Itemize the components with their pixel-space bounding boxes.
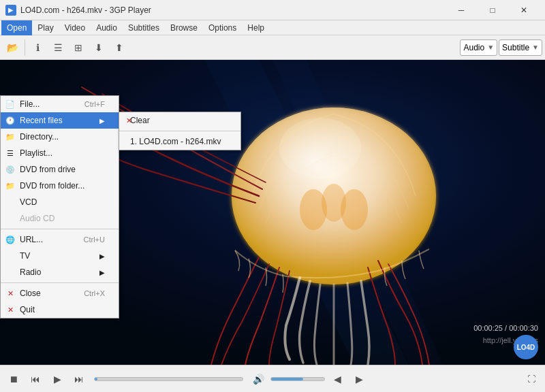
toolbar-separator-1: [25, 39, 25, 56]
menu-audiocd-item: Audio CD: [1, 210, 119, 227]
menu-vcd-item[interactable]: VCD: [1, 194, 119, 210]
download-button[interactable]: ⬇: [89, 38, 108, 57]
open-file-button[interactable]: 📂: [3, 38, 22, 57]
svg-point-8: [341, 189, 368, 230]
menu-help[interactable]: Help: [242, 20, 270, 35]
audio-dropdown-arrow: ▼: [487, 44, 494, 51]
dvd-drive-icon: 💿: [5, 164, 16, 175]
subtitle-dropdown[interactable]: Subtitle ▼: [499, 39, 542, 56]
menu-play[interactable]: Play: [32, 20, 59, 35]
app-icon: ▶: [5, 5, 16, 16]
next-button[interactable]: ⏭: [69, 370, 89, 389]
progress-bar[interactable]: [94, 377, 243, 381]
radio-icon: [5, 267, 16, 278]
upload-button[interactable]: ⬆: [110, 38, 129, 57]
file-icon: 📄: [5, 99, 16, 110]
volume-slider[interactable]: [270, 377, 325, 381]
recent-separator: [119, 131, 240, 131]
menu-recent-files-item[interactable]: 🕐 Recent files ▶ ✕ Clear 1. LO4D.com - h…: [1, 112, 119, 129]
go-forward-button[interactable]: ▶: [349, 370, 369, 389]
directory-icon: 📁: [5, 131, 16, 142]
menu-open[interactable]: Open: [1, 20, 32, 35]
recent-icon: 🕐: [5, 115, 16, 126]
open-menu: 📄 File... Ctrl+F 🕐 Recent files ▶ ✕ Clea…: [0, 95, 119, 318]
info-button[interactable]: ℹ: [28, 38, 47, 57]
progress-fill: [95, 378, 97, 380]
menu-audio[interactable]: Audio: [91, 20, 123, 35]
menu-directory-item[interactable]: 📁 Directory...: [1, 129, 119, 145]
volume-fill: [271, 378, 303, 380]
clear-icon: ✕: [123, 115, 134, 126]
fullscreen-button[interactable]: ⛶: [522, 370, 541, 389]
menu-url-item[interactable]: 🌐 URL... Ctrl+U: [1, 231, 119, 248]
stop-button[interactable]: ⏹: [4, 370, 23, 389]
menu-video[interactable]: Video: [59, 20, 91, 35]
dvd-folder-icon: 📁: [5, 180, 16, 191]
menu-close-item[interactable]: ✕ Close Ctrl+X: [1, 285, 119, 301]
window-controls: ─ □ ✕: [446, 0, 540, 20]
recent-files-submenu: ✕ Clear 1. LO4D.com - h264.mkv: [119, 112, 241, 150]
minimize-button[interactable]: ─: [446, 0, 477, 20]
quit-icon: ✕: [5, 304, 16, 315]
menu-dvd-folder-item[interactable]: 📁 DVD from folder...: [1, 178, 119, 194]
volume-button[interactable]: 🔊: [249, 370, 268, 389]
go-back-button[interactable]: ◀: [328, 370, 347, 389]
tv-icon: [5, 250, 16, 261]
subtitle-dropdown-arrow: ▼: [532, 44, 539, 51]
menu-file-item[interactable]: 📄 File... Ctrl+F: [1, 96, 119, 112]
close-button[interactable]: ✕: [508, 0, 540, 20]
video-area: 00:00:25 / 00:00:30 http://jell.yfish.us…: [0, 60, 545, 365]
menu-tv-item[interactable]: TV ▶: [1, 248, 119, 264]
bottom-controls: ⏹ ⏮ ▶ ⏭ 🔊 ◀ ▶ ⛶: [0, 365, 545, 392]
prev-button[interactable]: ⏮: [26, 370, 45, 389]
menu-subtitles[interactable]: Subtitles: [123, 20, 165, 35]
lo4d-circle: LO4D: [514, 335, 538, 359]
chapters-button[interactable]: ⊞: [69, 38, 88, 57]
menu-playlist-item[interactable]: ☰ Playlist...: [1, 145, 119, 161]
clear-recent-item[interactable]: ✕ Clear: [119, 112, 240, 129]
play-button[interactable]: ▶: [48, 370, 67, 389]
time-display: 00:00:25 / 00:00:30: [473, 324, 538, 332]
recent-file-1[interactable]: 1. LO4D.com - h264.mkv: [119, 133, 240, 150]
playlist-button[interactable]: ☰: [48, 38, 67, 57]
close-menu-icon: ✕: [5, 288, 16, 299]
time-total: 00:00:30: [509, 324, 538, 332]
subtitle-label: Subtitle: [502, 43, 529, 52]
menu-options[interactable]: Options: [203, 20, 242, 35]
window-title: LO4D.com - h264.mkv - 3GP Player: [20, 5, 446, 15]
open-menu-sep2: [1, 282, 119, 283]
audiocd-icon: [5, 213, 16, 224]
menu-dvd-drive-item[interactable]: 💿 DVD from drive: [1, 161, 119, 178]
svg-point-5: [279, 118, 361, 179]
maximize-button[interactable]: □: [477, 0, 508, 20]
lo4d-logo: LO4D: [514, 335, 538, 359]
audio-dropdown[interactable]: Audio ▼: [460, 39, 497, 56]
menu-bar: Open Play Video Audio Subtitles Browse O…: [0, 20, 545, 35]
audio-label: Audio: [463, 43, 484, 52]
toolbar: 📂 ℹ ☰ ⊞ ⬇ ⬆ Audio ▼ Subtitle ▼: [0, 35, 545, 60]
menu-quit-item[interactable]: ✕ Quit: [1, 301, 119, 318]
playlist-icon-menu: ☰: [5, 148, 16, 159]
menu-radio-item[interactable]: Radio ▶: [1, 264, 119, 280]
open-menu-sep1: [1, 229, 119, 229]
time-current: 00:00:25: [473, 324, 503, 332]
title-bar: ▶ LO4D.com - h264.mkv - 3GP Player ─ □ ✕: [0, 0, 545, 20]
vcd-icon: [5, 197, 16, 208]
menu-browse[interactable]: Browse: [165, 20, 203, 35]
url-icon: 🌐: [5, 234, 16, 245]
